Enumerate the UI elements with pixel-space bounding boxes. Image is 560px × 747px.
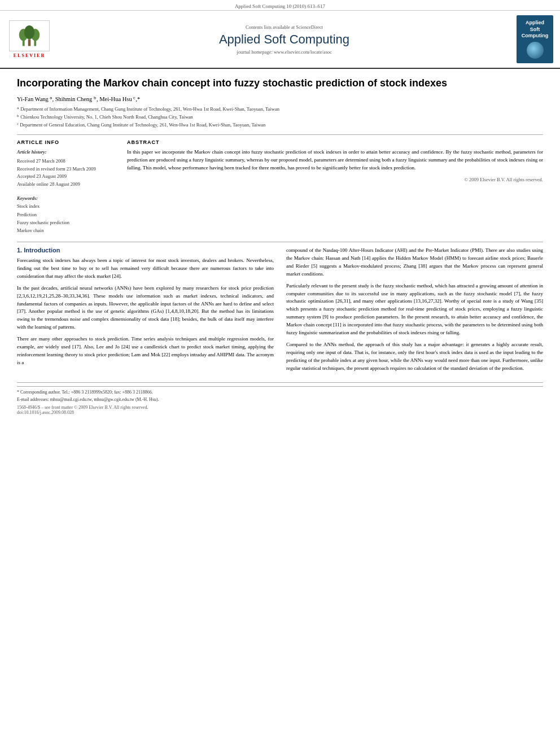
keyword-4: Markov chain xyxy=(17,226,116,234)
keywords-heading: Keywords: xyxy=(17,194,116,202)
issn-text: 1568-4946/$ – see front matter © 2009 El… xyxy=(17,405,148,410)
keyword-3: Fuzzy stochastic prediction xyxy=(17,219,116,226)
keywords-block: Keywords: Stock index Prediction Fuzzy s… xyxy=(17,194,116,235)
copyright-line: © 2009 Elsevier B.V. All rights reserved… xyxy=(127,177,543,182)
keyword-2: Prediction xyxy=(17,211,116,219)
article-info-label: ARTICLE INFO xyxy=(17,139,116,145)
abstract-text: In this paper we incorporate the Markov … xyxy=(127,148,543,172)
article-info-col: ARTICLE INFO Article history: Received 2… xyxy=(17,139,116,235)
journal-homepage: journal homepage: www.elsevier.com/locat… xyxy=(63,49,505,55)
divider-2 xyxy=(17,242,543,242)
history-heading: Article history: xyxy=(17,148,116,156)
footer-divider xyxy=(17,386,543,387)
svg-rect-5 xyxy=(28,39,31,46)
right-para3: Compared to the ANNs method, the approac… xyxy=(286,341,543,373)
tree-svg xyxy=(12,25,46,47)
affiliation-c: ᶜ Department of General Education, Chang… xyxy=(17,121,543,129)
abstract-label: ABSTRACT xyxy=(127,139,543,145)
elsevier-label: ELSEVIER xyxy=(14,53,45,58)
email-addresses: E-mail addresses: mhsu@mail.cgi.edu.tw, … xyxy=(17,396,543,403)
affiliation-a: ᵃ Department of Information Management, … xyxy=(17,106,543,113)
top-bar: Applied Soft Computing 10 (2010) 613–617 xyxy=(0,0,560,11)
received-date: Received 27 March 2008 xyxy=(17,158,116,165)
journal-title: Applied Soft Computing xyxy=(63,32,505,47)
article-body: Incorporating the Markov chain concept i… xyxy=(0,69,560,423)
badge-title: AppliedSoftComputing xyxy=(519,20,551,40)
accepted-date: Accepted 23 August 2009 xyxy=(17,173,116,181)
sciencedirect-line: Contents lists available at ScienceDirec… xyxy=(63,24,505,30)
journal-badge: AppliedSoftComputing xyxy=(517,15,553,63)
journal-center: Contents lists available at ScienceDirec… xyxy=(52,24,517,55)
right-para1: compound of the Nasdaq-100 After-Hours I… xyxy=(286,247,543,278)
issn-line: 1568-4946/$ – see front matter © 2009 El… xyxy=(17,405,543,415)
intro-heading: 1. Introduction xyxy=(17,247,274,254)
elsevier-logo: ELSEVIER xyxy=(7,20,52,58)
main-left-col: 1. Introduction Forecasting stock indexe… xyxy=(17,247,274,377)
revised-date: Received in revised form 23 March 2009 xyxy=(17,165,116,173)
keyword-1: Stock index xyxy=(17,202,116,210)
badge-circle-graphic xyxy=(527,42,544,59)
article-title: Incorporating the Markov chain concept i… xyxy=(17,77,543,90)
affiliations: ᵃ Department of Information Management, … xyxy=(17,106,543,128)
article-footer: * Corresponding author. Tel.: +886 3 211… xyxy=(17,382,543,415)
affiliation-b: ᵇ Chienkou Technology University, No. 1,… xyxy=(17,113,543,121)
page-wrapper: Applied Soft Computing 10 (2010) 613–617… xyxy=(0,0,560,423)
journal-header: ELSEVIER Contents lists available at Sci… xyxy=(0,11,560,69)
article-history: Article history: Received 27 March 2008 … xyxy=(17,148,116,189)
intro-para2: In the past decades, artificial neural n… xyxy=(17,285,274,332)
svg-point-4 xyxy=(24,25,34,39)
corresponding-author: * Corresponding author. Tel.: +886 3 211… xyxy=(17,389,543,395)
journal-citation: Applied Soft Computing 10 (2010) 613–617 xyxy=(235,3,325,9)
right-para2: Particularly relevant to the present stu… xyxy=(286,282,543,338)
authors-line: Yi-Fan Wang ᵃ, Shihmin Cheng ᵇ, Mei-Hua … xyxy=(17,95,543,102)
intro-para3: There are many other approaches to stock… xyxy=(17,335,274,367)
elsevier-tree-image xyxy=(9,20,50,51)
available-date: Available online 28 August 2009 xyxy=(17,181,116,189)
main-content: 1. Introduction Forecasting stock indexe… xyxy=(17,247,543,377)
abstract-col: ABSTRACT In this paper we incorporate th… xyxy=(127,139,543,235)
divider-1 xyxy=(17,134,543,135)
intro-para1: Forecasting stock indexes has always bee… xyxy=(17,257,274,281)
main-right-col: compound of the Nasdaq-100 After-Hours I… xyxy=(286,247,543,377)
article-info-abstract: ARTICLE INFO Article history: Received 2… xyxy=(17,139,543,235)
doi-text: doi:10.1016/j.asoc.2009.08.028 xyxy=(17,410,74,415)
